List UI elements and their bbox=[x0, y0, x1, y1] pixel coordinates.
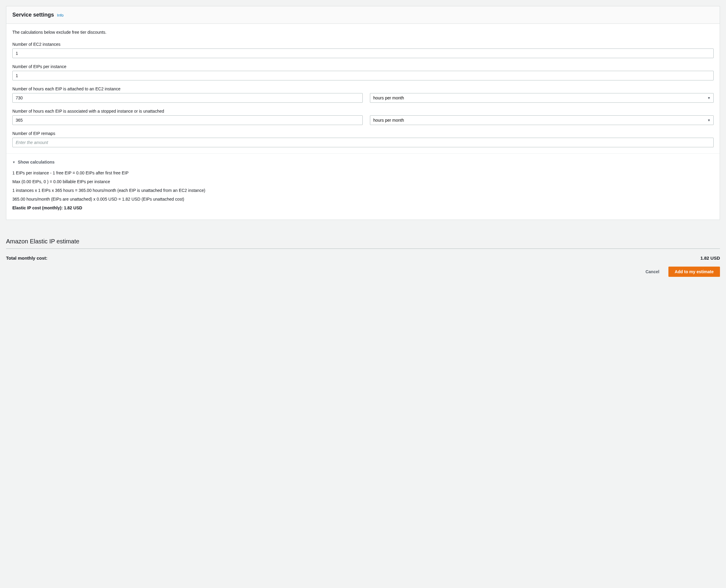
label-eips-per-instance: Number of EIPs per instance bbox=[12, 64, 714, 69]
actions-row: Cancel Add to my estimate bbox=[6, 267, 720, 277]
calc-total: Elastic IP cost (monthly): 1.82 USD bbox=[12, 205, 714, 211]
input-ec2-instances[interactable] bbox=[12, 48, 714, 58]
field-eips-per-instance: Number of EIPs per instance bbox=[12, 64, 714, 80]
input-eips-per-instance[interactable] bbox=[12, 71, 714, 80]
cancel-button[interactable]: Cancel bbox=[641, 267, 664, 277]
label-ec2-instances: Number of EC2 instances bbox=[12, 42, 714, 47]
select-hours-attached-wrap: hours per month ▼ bbox=[370, 93, 714, 103]
panel-body: The calculations below exclude free tier… bbox=[6, 24, 720, 153]
free-tier-notice: The calculations below exclude free tier… bbox=[12, 30, 714, 35]
field-hours-unattached: Number of hours each EIP is associated w… bbox=[12, 109, 714, 125]
label-hours-attached: Number of hours each EIP is attached to … bbox=[12, 86, 714, 91]
panel-title: Service settings bbox=[12, 12, 54, 18]
field-hours-attached: Number of hours each EIP is attached to … bbox=[12, 86, 714, 103]
input-remaps[interactable] bbox=[12, 138, 714, 147]
caret-down-icon: ▼ bbox=[12, 161, 15, 164]
calculation-lines: 1 EIPs per instance - 1 free EIP = 0.00 … bbox=[12, 170, 714, 211]
calc-line: Max (0.00 EIPs, 0 ) = 0.00 billable EIPs… bbox=[12, 178, 714, 185]
total-row: Total monthly cost: 1.82 USD bbox=[6, 249, 720, 260]
estimate-block: Amazon Elastic IP estimate Total monthly… bbox=[6, 238, 720, 277]
add-to-estimate-button[interactable]: Add to my estimate bbox=[668, 267, 720, 277]
total-label: Total monthly cost: bbox=[6, 255, 47, 260]
select-hours-unattached-unit[interactable]: hours per month bbox=[370, 115, 714, 125]
input-hours-unattached[interactable] bbox=[12, 115, 363, 125]
select-hours-unattached-wrap: hours per month ▼ bbox=[370, 115, 714, 125]
estimate-title: Amazon Elastic IP estimate bbox=[6, 238, 720, 249]
field-ec2-instances: Number of EC2 instances bbox=[12, 42, 714, 58]
label-hours-unattached: Number of hours each EIP is associated w… bbox=[12, 109, 714, 113]
select-hours-attached-unit[interactable]: hours per month bbox=[370, 93, 714, 103]
input-hours-attached[interactable] bbox=[12, 93, 363, 103]
calculations-section: ▼ Show calculations 1 EIPs per instance … bbox=[6, 153, 720, 219]
info-link[interactable]: Info bbox=[57, 13, 64, 18]
show-calculations-toggle[interactable]: ▼ Show calculations bbox=[12, 160, 714, 165]
total-value: 1.82 USD bbox=[700, 255, 720, 260]
calc-line: 365.00 hours/month (EIPs are unattached)… bbox=[12, 196, 714, 203]
service-settings-panel: Service settings Info The calculations b… bbox=[6, 6, 720, 220]
show-calculations-label: Show calculations bbox=[18, 160, 55, 165]
panel-header: Service settings Info bbox=[6, 6, 720, 24]
calc-line: 1 EIPs per instance - 1 free EIP = 0.00 … bbox=[12, 170, 714, 176]
field-remaps: Number of EIP remaps bbox=[12, 131, 714, 147]
label-remaps: Number of EIP remaps bbox=[12, 131, 714, 136]
calc-line: 1 instances x 1 EIPs x 365 hours = 365.0… bbox=[12, 187, 714, 194]
